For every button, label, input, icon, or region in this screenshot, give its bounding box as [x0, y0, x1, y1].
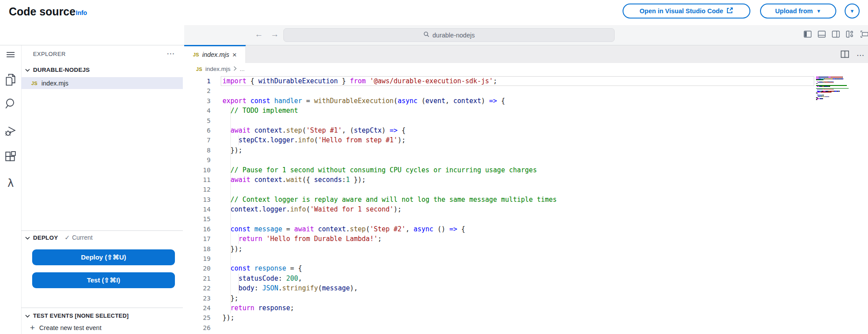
code-line[interactable]: context.logger.info('Waited for 1 second…: [223, 204, 557, 214]
code-line[interactable]: stepCtx.logger.info('Hello from step #1'…: [223, 135, 557, 145]
code-line[interactable]: [223, 116, 557, 126]
breadcrumb-file[interactable]: index.mjs: [205, 66, 230, 72]
line-number: 21: [184, 274, 211, 283]
line-number: 18: [184, 244, 211, 254]
breadcrumb[interactable]: JS index.mjs ...: [196, 66, 245, 72]
info-link[interactable]: Info: [76, 9, 87, 16]
breadcrumb-separator-icon: [234, 66, 237, 72]
command-search-box[interactable]: durable-nodejs: [283, 28, 615, 42]
nav-back-button[interactable]: ←: [255, 30, 263, 39]
line-number: 16: [184, 224, 211, 234]
create-test-event-button[interactable]: + Create new test event: [30, 323, 101, 333]
line-number: 23: [184, 293, 211, 303]
code-line[interactable]: await context.step('Step #1', (stepCtx) …: [223, 126, 557, 135]
code-line[interactable]: export const handler = withDurableExecut…: [223, 96, 557, 106]
menu-hamburger-icon[interactable]: [0, 51, 21, 58]
code-line[interactable]: // Pause for 1 second without consuming …: [223, 165, 557, 175]
line-number: 11: [184, 175, 211, 185]
breadcrumb-more[interactable]: ...: [240, 66, 245, 72]
deploy-status-label: Current: [72, 234, 93, 241]
deploy-button[interactable]: Deploy (⇧⌘U): [32, 249, 175, 265]
line-number: 25: [184, 313, 211, 323]
tree-item-durable-nodejs[interactable]: DURABLE-NODEJS: [25, 67, 90, 73]
line-number: 15: [184, 214, 211, 224]
code-line[interactable]: await context.wait({ seconds:1 });: [223, 175, 557, 185]
code-line[interactable]: });: [223, 145, 557, 155]
line-numbers-gutter: 1234567891011121314151617181920212223242…: [184, 76, 211, 333]
plus-icon: +: [30, 323, 35, 333]
code-line[interactable]: statusCode: 200,: [223, 274, 557, 283]
code-line[interactable]: // Context logger is replay aware and wi…: [223, 195, 557, 204]
line-number: 7: [184, 135, 211, 145]
caret-down-icon: ▼: [850, 9, 855, 14]
divider: [21, 308, 183, 308]
external-link-icon: [727, 7, 733, 15]
overflow-dropdown-button[interactable]: ▼: [845, 4, 860, 19]
toggle-primary-sidebar-icon[interactable]: [804, 30, 812, 38]
deploy-status: ✓ Current: [65, 234, 93, 241]
code-line[interactable]: body: JSON.stringify(message),: [223, 283, 557, 293]
deploy-section-label: DEPLOY: [33, 234, 58, 241]
code-line[interactable]: [223, 214, 557, 224]
js-file-icon: JS: [31, 81, 37, 86]
code-line[interactable]: return response;: [223, 303, 557, 313]
line-number: 6: [184, 126, 211, 135]
line-number: 10: [184, 165, 211, 175]
explorer-more-actions-icon[interactable]: ⋯: [167, 48, 175, 59]
line-number: 5: [184, 116, 211, 126]
open-in-vscode-button[interactable]: Open in Visual Studio Code: [623, 4, 750, 19]
clipped-right-edge-icon[interactable]: [860, 30, 868, 38]
line-number: 17: [184, 234, 211, 244]
code-line[interactable]: [223, 185, 557, 194]
line-number: 22: [184, 283, 211, 293]
aws-lambda-icon[interactable]: λ: [0, 177, 21, 189]
explorer-header: EXPLORER: [33, 51, 66, 57]
code-line[interactable]: });: [223, 244, 557, 254]
tab-index-mjs[interactable]: JS index.mjs ×: [184, 45, 246, 63]
file-item-index-mjs[interactable]: JS index.mjs: [21, 77, 183, 89]
test-button[interactable]: Test (⇧⌘I): [32, 272, 175, 288]
code-area[interactable]: import { withDurableExecution } from '@a…: [223, 76, 557, 333]
code-line[interactable]: import { withDurableExecution } from '@a…: [223, 76, 557, 86]
code-line[interactable]: // TODO implement: [223, 106, 557, 115]
run-and-debug-icon[interactable]: [0, 125, 21, 137]
explorer-files-icon[interactable]: [0, 74, 21, 86]
code-line[interactable]: return 'Hello from Durable Lambda!';: [223, 234, 557, 244]
line-number: 4: [184, 106, 211, 115]
line-number: 20: [184, 263, 211, 273]
minimap[interactable]: [816, 77, 856, 101]
customize-layout-icon[interactable]: [846, 30, 854, 38]
open-in-vscode-label: Open in Visual Studio Code: [640, 7, 723, 15]
code-line[interactable]: [223, 254, 557, 263]
upload-from-button[interactable]: Upload from ▼: [760, 4, 836, 19]
activity-search-icon[interactable]: [0, 98, 21, 109]
line-number: 13: [184, 195, 211, 204]
create-test-event-label: Create new test event: [39, 324, 101, 331]
line-number: 24: [184, 303, 211, 313]
chevron-down-icon: [25, 234, 30, 241]
toggle-secondary-sidebar-icon[interactable]: [832, 30, 840, 38]
tab-label: index.mjs: [202, 51, 229, 58]
code-line[interactable]: };: [223, 293, 557, 303]
code-line[interactable]: const response = {: [223, 263, 557, 273]
test-events-section-header[interactable]: TEST EVENTS [NONE SELECTED]: [25, 312, 129, 319]
code-line[interactable]: const message = await context.step('Step…: [223, 224, 557, 234]
upload-from-label: Upload from: [775, 7, 812, 15]
editor-more-actions-icon[interactable]: ⋯: [857, 51, 864, 60]
code-line[interactable]: [223, 86, 557, 96]
toggle-panel-icon[interactable]: [818, 30, 826, 38]
code-line[interactable]: [223, 155, 557, 165]
split-editor-icon[interactable]: [841, 50, 849, 60]
extensions-icon[interactable]: [0, 151, 21, 163]
caret-down-icon: ▼: [816, 9, 821, 14]
js-file-icon: JS: [193, 52, 199, 57]
line-number: 19: [184, 254, 211, 263]
code-line[interactable]: });: [223, 313, 557, 323]
nav-forward-button[interactable]: →: [271, 30, 279, 39]
tab-close-icon[interactable]: ×: [232, 51, 237, 59]
line-number: 14: [184, 204, 211, 214]
activity-bar: [0, 45, 22, 334]
search-icon: [423, 31, 430, 39]
deploy-section-header[interactable]: DEPLOY ✓ Current: [25, 234, 93, 241]
code-line[interactable]: [223, 323, 557, 333]
